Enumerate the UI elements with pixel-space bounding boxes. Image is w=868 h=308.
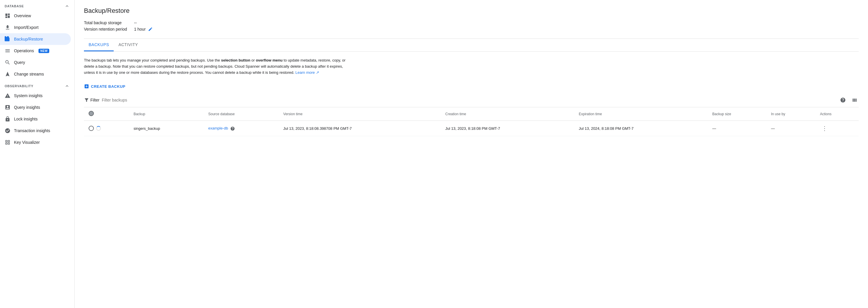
overview-icon (5, 13, 10, 19)
sidebar-item-overview-label: Overview (14, 13, 31, 18)
row-backup-size: — (708, 121, 766, 136)
filter-input[interactable] (102, 98, 837, 102)
edit-version-retention-icon[interactable] (148, 27, 153, 31)
loading-spinner (96, 126, 101, 131)
total-backup-storage-label: Total backup storage (84, 21, 127, 25)
row-version-time: Jul 13, 2023, 8:18:08.398708 PM GMT-7 (279, 121, 441, 136)
source-db-help-icon[interactable] (230, 126, 235, 131)
observability-section-label: OBSERVABILITY (5, 84, 33, 88)
version-retention-value: 1 hour (134, 27, 859, 31)
version-retention-text: 1 hour (134, 27, 146, 31)
query-insights-icon (5, 105, 10, 110)
sidebar-item-operations[interactable]: Operations NEW (0, 45, 71, 57)
row-actions-button[interactable]: ⋮ (820, 124, 829, 133)
backup-description: The backups tab lets you manage your com… (84, 57, 346, 76)
sidebar-item-backup-restore-label: Backup/Restore (14, 37, 43, 41)
sidebar-item-system-insights[interactable]: System insights (0, 90, 71, 102)
row-expiration-time: Jul 13, 2024, 8:18:08 PM GMT-7 (574, 121, 708, 136)
sidebar-item-transaction-insights-label: Transaction insights (14, 128, 50, 133)
observability-section-header: OBSERVABILITY (0, 80, 74, 90)
sidebar-item-query-insights-label: Query insights (14, 105, 40, 110)
key-visualizer-icon (5, 139, 10, 145)
info-grid: Total backup storage -- Version retentio… (84, 21, 859, 31)
col-creation-time: Creation time (441, 107, 574, 121)
row-actions-cell: ⋮ (815, 121, 859, 136)
filter-row: Filter (84, 96, 859, 107)
sidebar-item-lock-insights[interactable]: Lock insights (0, 113, 71, 125)
lock-insights-icon (5, 116, 10, 122)
collapse-database-icon[interactable] (64, 3, 70, 9)
filter-label: Filter (90, 98, 99, 102)
row-in-use-by: — (766, 121, 815, 136)
sidebar-item-key-visualizer[interactable]: Key Visualizer (0, 137, 71, 148)
sidebar: DATABASE Overview Import/Export Backup/R… (0, 0, 74, 308)
desc-bold-1: selection button (221, 58, 250, 62)
sidebar-item-overview[interactable]: Overview (0, 10, 71, 22)
help-icon (840, 97, 846, 103)
page-title: Backup/Restore (84, 7, 859, 15)
col-select (84, 107, 129, 121)
version-retention-label: Version retention period (84, 27, 127, 31)
tab-activity[interactable]: ACTIVITY (114, 39, 143, 51)
sidebar-item-query[interactable]: Query (0, 57, 71, 68)
source-db-link[interactable]: example-db (208, 126, 228, 130)
row-select-cell (84, 121, 129, 136)
sidebar-item-transaction-insights[interactable]: Transaction insights (0, 125, 71, 137)
sidebar-item-query-insights[interactable]: Query insights (0, 102, 71, 113)
filter-icon-wrap[interactable]: Filter (84, 97, 99, 103)
backups-table: Backup Source database Version time Crea… (84, 107, 859, 136)
change-streams-icon (5, 71, 10, 77)
query-icon (5, 59, 10, 65)
total-backup-storage-value: -- (134, 21, 859, 25)
row-backup-name: singers_backup (129, 121, 204, 136)
backup-restore-icon (5, 36, 10, 42)
row-creation-time: Jul 13, 2023, 8:18:08 PM GMT-7 (441, 121, 574, 136)
transaction-insights-icon (5, 128, 10, 134)
database-section-header: DATABASE (0, 0, 74, 10)
col-version-time: Version time (279, 107, 441, 121)
help-button[interactable] (839, 96, 847, 104)
sidebar-item-change-streams-label: Change streams (14, 72, 44, 77)
col-in-use-by: In use by (766, 107, 815, 121)
columns-icon (852, 97, 858, 103)
import-export-icon (5, 25, 10, 30)
table-header-row: Backup Source database Version time Crea… (84, 107, 859, 121)
sidebar-item-import-export[interactable]: Import/Export (0, 22, 71, 33)
table-row: singers_backup example-db Jul 13, 2023, … (84, 121, 859, 136)
learn-more-text: Learn more (296, 70, 315, 75)
database-section-label: DATABASE (5, 4, 24, 8)
col-backup-size: Backup size (708, 107, 766, 121)
create-backup-icon (84, 84, 89, 89)
sidebar-item-lock-insights-label: Lock insights (14, 117, 38, 121)
sidebar-item-backup-restore[interactable]: Backup/Restore (0, 33, 71, 45)
operations-icon (5, 48, 10, 54)
col-backup: Backup (129, 107, 204, 121)
filter-icon (84, 97, 89, 103)
system-insights-icon (5, 93, 10, 99)
filter-row-right (839, 96, 859, 104)
collapse-observability-icon[interactable] (64, 83, 70, 89)
sidebar-item-change-streams[interactable]: Change streams (0, 68, 71, 80)
tabs-container: BACKUPS ACTIVITY (84, 39, 859, 52)
desc-text-between: or (250, 58, 256, 62)
tab-backups[interactable]: BACKUPS (84, 39, 114, 51)
desc-bold-2: overflow menu (256, 58, 283, 62)
create-backup-label: CREATE BACKUP (91, 84, 125, 89)
row-radio[interactable] (89, 126, 94, 131)
sidebar-item-query-label: Query (14, 60, 25, 65)
columns-button[interactable] (850, 96, 859, 104)
sidebar-item-import-export-label: Import/Export (14, 25, 38, 30)
sidebar-item-system-insights-label: System insights (14, 93, 42, 98)
sidebar-item-operations-label: Operations (14, 49, 34, 53)
row-source-database: example-db (204, 121, 278, 136)
new-badge: NEW (38, 49, 49, 53)
sidebar-item-key-visualizer-label: Key Visualizer (14, 140, 40, 145)
create-backup-button[interactable]: CREATE BACKUP (84, 81, 125, 91)
col-source-database: Source database (204, 107, 278, 121)
learn-more-link[interactable]: Learn more ↗ (296, 70, 319, 75)
table-wrap: Backup Source database Version time Crea… (84, 107, 859, 136)
col-actions: Actions (815, 107, 859, 121)
main-content: Backup/Restore Total backup storage -- V… (74, 0, 868, 308)
col-expiration-time: Expiration time (574, 107, 708, 121)
desc-text-1: The backups tab lets you manage your com… (84, 58, 221, 62)
